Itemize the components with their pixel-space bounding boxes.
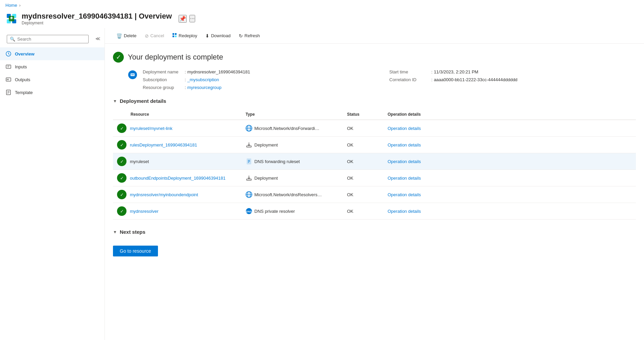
breadcrumb-home[interactable]: Home xyxy=(5,3,17,8)
breadcrumb: Home › xyxy=(0,0,644,10)
toolbar: 🗑️ Delete ⊘ Cancel Redeploy ⬇ Download xyxy=(105,28,644,44)
deployment-meta: Deployment name : mydnsresolver_16990463… xyxy=(113,69,636,90)
search-input[interactable] xyxy=(17,37,86,42)
status-value: OK xyxy=(347,126,353,131)
row-status-icon: ✓ xyxy=(117,157,127,166)
deployment-status: ✓ Your deployment is complete xyxy=(113,52,636,63)
delete-button[interactable]: 🗑️ Delete xyxy=(113,31,140,41)
row-status-icon: ✓ xyxy=(117,190,127,199)
cancel-button[interactable]: ⊘ Cancel xyxy=(141,31,167,41)
status-value: OK xyxy=(347,192,353,197)
type-cell: Deployment xyxy=(246,141,339,148)
breadcrumb-separator: › xyxy=(19,3,21,8)
sidebar-item-template-label: Template xyxy=(15,90,33,95)
row-status-icon: ✓ xyxy=(117,173,127,183)
type-icon xyxy=(246,125,252,132)
deployment-details-title: Deployment details xyxy=(120,98,166,104)
status-value: OK xyxy=(347,176,353,181)
sidebar-item-overview[interactable]: Overview xyxy=(0,47,105,60)
deployment-details-table: Resource Type Status Operation details ✓… xyxy=(113,109,636,220)
status-value: OK xyxy=(347,209,353,214)
header-actions: 📌 ··· xyxy=(179,15,195,23)
meta-correlation-id: Correlation ID : aaaa0000-bb11-2222-33cc… xyxy=(389,77,636,82)
refresh-button[interactable]: ↻ Refresh xyxy=(235,31,263,41)
header-title-block: mydnsresolver_1699046394181 | Overview D… xyxy=(22,12,172,25)
row-status-icon: ✓ xyxy=(117,206,127,216)
resource-link[interactable]: mydnsresolver xyxy=(130,209,159,214)
page-subtitle: Deployment xyxy=(22,21,172,25)
operation-details-link[interactable]: Operation details xyxy=(388,159,421,164)
operation-details-link[interactable]: Operation details xyxy=(388,209,421,214)
operation-details-link[interactable]: Operation details xyxy=(388,176,421,181)
download-icon: ⬇ xyxy=(205,33,209,39)
sidebar-item-template[interactable]: Template xyxy=(0,86,105,99)
col-header-status: Status xyxy=(343,109,384,120)
delete-icon: 🗑️ xyxy=(116,33,122,39)
resource-group-link[interactable]: myresourcegroup xyxy=(187,85,222,90)
sidebar-item-outputs-label: Outputs xyxy=(15,77,30,82)
svg-rect-20 xyxy=(172,33,174,35)
next-steps-title: Next steps xyxy=(120,229,145,235)
sidebar-item-outputs[interactable]: Outputs xyxy=(0,73,105,86)
col-header-opdetails: Operation details xyxy=(384,109,636,120)
svg-rect-21 xyxy=(175,33,177,35)
template-icon xyxy=(5,89,12,95)
sidebar: 🔍 ≪ Overview Inputs xyxy=(0,28,105,340)
meta-left: Deployment name : mydnsresolver_16990463… xyxy=(143,69,389,90)
table-row: ✓mydnsresolverDNSDNS private resolverOKO… xyxy=(113,203,636,220)
col-header-type: Type xyxy=(242,109,343,120)
status-check-icon: ✓ xyxy=(113,52,124,63)
svg-rect-23 xyxy=(175,36,177,37)
next-steps-chevron-icon: ▼ xyxy=(113,230,117,234)
operation-details-link[interactable]: Operation details xyxy=(388,126,421,131)
subscription-link[interactable]: _mysubscription xyxy=(187,77,219,82)
table-row: ✓outboundEndpointsDeployment_16990463941… xyxy=(113,170,636,186)
outputs-icon xyxy=(5,76,12,83)
svg-rect-9 xyxy=(6,65,11,68)
svg-line-8 xyxy=(8,54,9,54)
type-label: Microsoft.Network/dnsForwardi… xyxy=(254,126,319,131)
operation-details-link[interactable]: Operation details xyxy=(388,142,421,148)
download-button[interactable]: ⬇ Download xyxy=(202,31,234,41)
type-label: DNS forwarding ruleset xyxy=(254,159,300,164)
type-icon xyxy=(246,158,252,165)
col-header-resource: Resource xyxy=(113,109,242,120)
redeploy-button[interactable]: Redeploy xyxy=(169,31,201,41)
type-label: Deployment xyxy=(254,176,278,181)
search-box: 🔍 xyxy=(7,35,89,43)
meta-right: Start time : 11/3/2023, 2:20:21 PM Corre… xyxy=(389,69,636,90)
operation-details-link[interactable]: Operation details xyxy=(388,192,421,197)
details-chevron-icon: ▼ xyxy=(113,99,117,104)
type-cell: DNS forwarding ruleset xyxy=(246,158,339,165)
status-title: Your deployment is complete xyxy=(128,53,223,62)
resource-link[interactable]: outboundEndpointsDeployment_169904639418… xyxy=(130,176,226,181)
page-title: mydnsresolver_1699046394181 | Overview xyxy=(22,12,172,21)
sidebar-item-inputs[interactable]: Inputs xyxy=(0,60,105,73)
content-body: ✓ Your deployment is complete Deployment… xyxy=(105,44,644,265)
svg-rect-31 xyxy=(247,146,251,147)
main-layout: 🔍 ≪ Overview Inputs xyxy=(0,28,644,340)
more-options-button[interactable]: ··· xyxy=(189,15,195,22)
row-status-icon: ✓ xyxy=(117,123,127,133)
deployment-details-header[interactable]: ▼ Deployment details xyxy=(113,98,636,104)
resource-link[interactable]: myruleset/myvnet-link xyxy=(130,126,172,131)
table-row: ✓mydnsresolver/myinboundendpointMicrosof… xyxy=(113,186,636,203)
type-label: DNS private resolver xyxy=(254,209,295,214)
resource-link[interactable]: mydnsresolver/myinboundendpoint xyxy=(130,192,198,197)
resource-name: myruleset xyxy=(130,159,149,164)
go-to-resource-button[interactable]: Go to resource xyxy=(113,246,158,256)
resource-link[interactable]: rulesDeployment_1699046394181 xyxy=(130,142,197,148)
table-row: ✓myrulesetDNS forwarding rulesetOKOperat… xyxy=(113,153,636,170)
svg-rect-22 xyxy=(172,36,174,37)
page-header: mydnsresolver_1699046394181 | Overview D… xyxy=(0,10,644,28)
status-value: OK xyxy=(347,142,353,148)
meta-subscription: Subscription : _mysubscription xyxy=(143,77,389,82)
collapse-sidebar-button[interactable]: ≪ xyxy=(94,35,102,43)
search-icon: 🔍 xyxy=(10,37,15,42)
resource-icon xyxy=(5,13,18,25)
next-steps-header[interactable]: ▼ Next steps xyxy=(113,229,636,235)
deployment-meta-icon xyxy=(128,70,137,80)
cancel-icon: ⊘ xyxy=(145,33,149,39)
type-cell: DNSDNS private resolver xyxy=(246,208,339,214)
pin-button[interactable]: 📌 xyxy=(179,15,187,23)
